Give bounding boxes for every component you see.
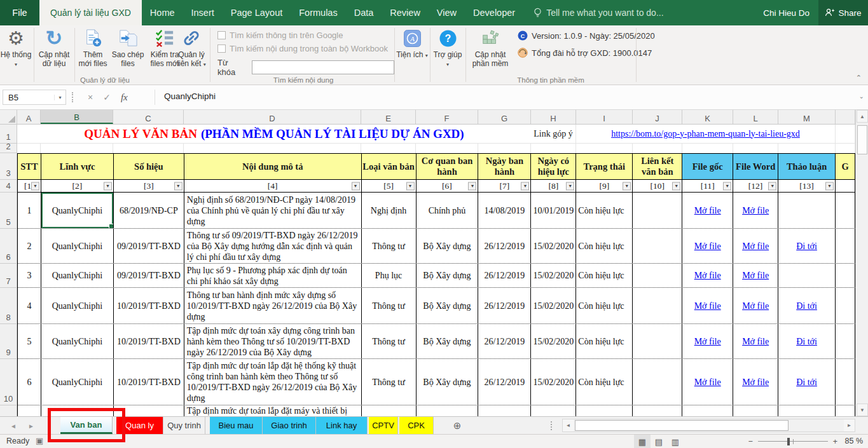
tell-me-box[interactable]: Tell me what you want to do... [534,0,663,25]
workbook-search-checkbox[interactable] [217,44,226,53]
row-header-1[interactable]: 1 [0,125,17,144]
sheet-tab-bieu-mau[interactable]: Bieu mau [210,417,263,434]
cell-loai[interactable]: Nghị định [362,193,417,228]
cell-so-hieu[interactable]: 10/2019/TT-BXD [114,288,184,323]
cell-stt[interactable]: 1 [18,193,41,228]
cell-ngay-hl[interactable]: 15/02/2020 [531,264,576,287]
vertical-scrollbar[interactable]: ▲ ▼ [855,110,868,416]
filter-dropdown-icon[interactable]: ▼ [521,182,529,190]
cell-trang-thai[interactable]: Còn hiệu lực [576,288,633,323]
cell-lien-ket[interactable] [633,264,682,287]
discuss-link[interactable]: Đi tới [796,301,817,311]
open-file-link[interactable]: Mở file [694,377,721,388]
sheet-tab-van-ban[interactable]: Van ban [60,417,113,434]
column-header-i[interactable]: I [576,110,633,124]
row-header-5[interactable]: 5 [0,193,17,229]
add-files-button[interactable]: Thêm mới files [76,27,109,74]
sheet-tab-quan-ly[interactable]: Quan ly [116,417,163,434]
row-header-8[interactable]: 8 [0,288,17,324]
cell-noi-dung[interactable]: Tập định mức dự toán lắp đặt hệ thống kỹ… [184,359,362,405]
cell-linh-vuc[interactable]: QuanlyChiphi [41,359,114,405]
row-header-6[interactable]: 6 [0,229,17,264]
selected-cell-b5[interactable]: QuanlyChiphi [41,193,114,228]
open-word-link[interactable]: Mở file [742,205,769,216]
tab-data[interactable]: Data [346,0,382,25]
open-file-link[interactable]: Mở file [694,205,721,216]
column-header-j[interactable]: J [633,110,682,124]
cell-noi-dung-partial[interactable]: Tập định mức dự toán lắp đặt máy và thiế… [184,405,362,416]
manage-links-button[interactable]: Quản lý liên kết ▾ [174,27,209,74]
column-header-k[interactable]: K [682,110,733,124]
tab-view[interactable]: View [429,0,465,25]
cancel-icon[interactable]: × [88,92,93,102]
tab-addin-active[interactable]: Quản lý tài liệu GXD [39,0,142,25]
cell-trang-thai[interactable]: Còn hiệu lực [576,193,633,228]
cell-noi-dung[interactable]: Nghị định số 68/2019/NĐ-CP ngày 14/08/20… [184,193,362,228]
cell-trang-thai[interactable]: Còn hiệu lực [576,324,633,358]
name-box[interactable]: B5 ▾ [3,90,66,105]
select-all-corner[interactable] [0,110,17,124]
cell-so-hieu[interactable]: 68/2019/NĐ-CP [114,193,184,228]
sheet-tab-giao-trinh[interactable]: Giao trinh [263,417,316,434]
cell-co-quan[interactable]: Bộ Xây dựng [417,324,479,358]
filter-dropdown-icon[interactable]: ▼ [768,182,776,190]
sheet-nav-left-icon[interactable]: ◄ [6,417,20,435]
column-header-f[interactable]: F [416,110,478,124]
cell-co-quan[interactable]: Bộ Xây dựng [417,288,479,323]
cell-co-quan[interactable]: Bộ Xây dựng [417,264,479,287]
expand-formula-bar-icon[interactable]: ⌄ [859,93,864,100]
open-word-link[interactable]: Mở file [742,270,769,281]
help-button[interactable]: ? Trợ giúp ▾ [432,27,464,74]
cell-co-quan[interactable]: Bộ Xây dựng [417,359,479,405]
column-header-m[interactable]: M [778,110,836,124]
cell-lien-ket[interactable] [633,359,682,405]
sheet-tab-cpk[interactable]: CPK [399,417,434,434]
cell-co-quan[interactable]: Chính phủ [417,193,479,228]
cell-so-hieu[interactable]: 10/2019/TT-BXD [114,359,184,405]
sheet-nav-right-icon[interactable]: ► [24,417,38,435]
tab-file[interactable]: File [0,0,39,25]
zoom-in-icon[interactable]: + [833,437,837,446]
zoom-out-icon[interactable]: − [748,437,752,446]
column-header-g[interactable]: G [478,110,531,124]
cell-ngay-hl[interactable]: 15/02/2020 [531,288,576,323]
filter-dropdown-icon[interactable]: ▼ [566,182,574,190]
google-search-checkbox[interactable] [217,31,226,39]
row-header-2[interactable]: 2 [0,144,17,153]
cell-noi-dung[interactable]: Thông tư số 09/2019/TT-BXD ngày 26/12/20… [184,229,362,263]
formula-input[interactable]: QuanlyChiphi [164,92,216,101]
filter-dropdown-icon[interactable]: ▼ [672,182,680,190]
tab-insert[interactable]: Insert [183,0,223,25]
cell-stt[interactable]: 2 [18,229,41,263]
scroll-down-icon[interactable]: ▼ [857,404,868,416]
update-data-button[interactable]: ↻ Cập nhật dữ liệu [36,27,72,74]
filter-dropdown-icon[interactable]: ▼ [104,182,112,190]
sheet-tab-cptv[interactable]: CPTV [369,417,398,434]
new-sheet-icon[interactable]: ⊕ [449,417,465,435]
vertical-scrollbar-thumb[interactable] [857,125,867,154]
page-break-view-icon[interactable]: ▥ [667,435,684,448]
tab-home[interactable]: Home [142,0,183,25]
cell-ngay-bh[interactable]: 26/12/2019 [478,229,531,263]
sheet-tab-link-hay[interactable]: Link hay [316,417,368,434]
cell-ngay-bh[interactable]: 26/12/2019 [478,324,531,358]
page-layout-view-icon[interactable]: ▤ [651,435,667,448]
user-name[interactable]: Chi Hieu Do [763,0,809,25]
open-file-link[interactable]: Mở file [694,270,721,281]
formula-bar-handle[interactable] [72,92,73,102]
column-header-b-selected[interactable]: B [41,110,113,124]
cell-so-hieu[interactable]: 10/2019/TT-BXD [114,324,184,358]
cell-ngay-bh[interactable]: 26/12/2019 [478,264,531,287]
update-software-button[interactable]: Cập nhật phần mềm [471,27,510,74]
feedback-link[interactable]: https://bom.to/gop-y-phan-mem-quan-ly-ta… [611,129,800,139]
cell-linh-vuc[interactable]: QuanlyChiphi [41,324,114,358]
normal-view-icon[interactable]: ▦ [634,435,651,448]
filter-dropdown-icon[interactable]: ▼ [31,182,39,190]
column-header-n-partial[interactable] [836,110,855,124]
row-header-9[interactable]: 9 [0,324,17,359]
row-header-10[interactable]: 10 [0,359,17,405]
cell-co-quan[interactable]: Bộ Xây dựng [417,229,479,263]
cell-ngay-hl[interactable]: 15/02/2020 [531,229,576,263]
share-button[interactable]: Share [818,0,868,25]
filter-dropdown-icon[interactable]: ▼ [825,182,834,190]
